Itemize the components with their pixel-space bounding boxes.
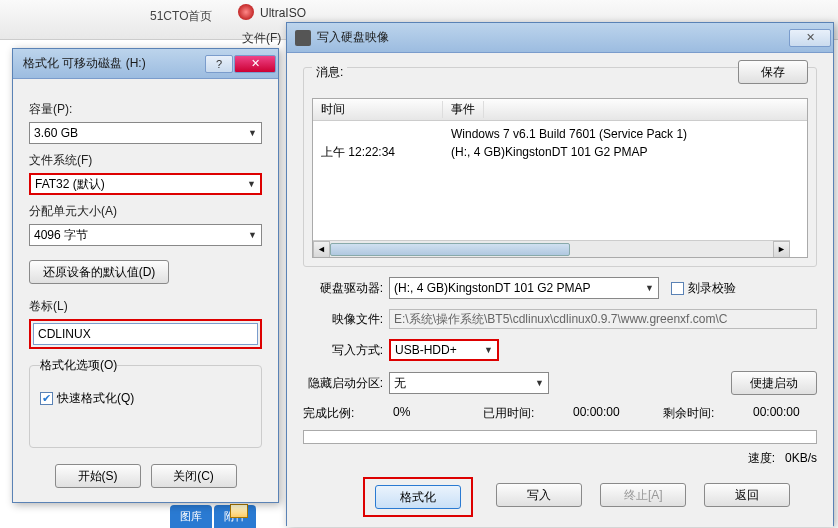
chevron-down-icon: ▼ — [248, 128, 257, 138]
hide-partition-label: 隐藏启动分区: — [303, 375, 383, 392]
quick-format-checkbox[interactable]: ✔ 快速格式化(Q) — [40, 390, 251, 407]
format-options-legend: 格式化选项(O) — [40, 357, 117, 374]
scroll-right-icon[interactable]: ► — [773, 241, 790, 258]
write-title: 写入硬盘映像 — [317, 29, 789, 46]
stop-button: 终止[A] — [600, 483, 686, 507]
checkbox-checked-icon: ✔ — [40, 392, 53, 405]
horizontal-scrollbar[interactable]: ◄ ► — [313, 240, 790, 257]
message-list[interactable]: 时间 事件 Windows 7 v6.1 Build 7601 (Service… — [312, 98, 808, 258]
message-group: 消息: 保存 时间 事件 Windows 7 v6.1 Build 7601 (… — [303, 67, 817, 267]
chevron-down-icon: ▼ — [535, 378, 544, 388]
verify-checkbox[interactable]: 刻录校验 — [671, 280, 736, 297]
write-method-select[interactable]: USB-HDD+▼ — [389, 339, 499, 361]
format-title: 格式化 可移动磁盘 (H:) — [15, 55, 205, 72]
filesystem-label: 文件系统(F) — [29, 152, 262, 169]
progress-row: 完成比例:0% 已用时间:00:00:00 剩余时间:00:00:00 — [303, 405, 817, 422]
chevron-down-icon: ▼ — [484, 345, 493, 355]
write-method-label: 写入方式: — [303, 342, 383, 359]
close-icon[interactable]: ✕ — [234, 55, 276, 73]
filesystem-select[interactable]: FAT32 (默认)▼ — [29, 173, 262, 195]
bg-tab-gallery[interactable]: 图库 — [170, 505, 212, 528]
write-button[interactable]: 写入 — [496, 483, 582, 507]
chevron-down-icon: ▼ — [247, 179, 256, 189]
capacity-label: 容量(P): — [29, 101, 262, 118]
dialog-icon — [295, 30, 311, 46]
chevron-down-icon: ▼ — [645, 283, 654, 293]
format-dialog: 格式化 可移动磁盘 (H:) ? ✕ 容量(P): 3.60 GB▼ 文件系统(… — [12, 48, 279, 503]
capacity-select[interactable]: 3.60 GB▼ — [29, 122, 262, 144]
log-row: 上午 12:22:34(H:, 4 GB)KingstonDT 101 G2 P… — [321, 143, 799, 161]
volume-label-label: 卷标(L) — [29, 298, 262, 315]
file-menu[interactable]: 文件(F) — [242, 30, 281, 47]
write-image-dialog: 写入硬盘映像 ✕ 消息: 保存 时间 事件 Windows 7 v6.1 Bui… — [286, 22, 834, 526]
progress-bar — [303, 430, 817, 444]
save-log-button[interactable]: 保存 — [738, 60, 808, 84]
checkbox-icon — [671, 282, 684, 295]
format-options-group: 格式化选项(O) ✔ 快速格式化(Q) — [29, 357, 262, 448]
image-label: 映像文件: — [303, 311, 383, 328]
restore-defaults-button[interactable]: 还原设备的默认值(D) — [29, 260, 169, 284]
format-titlebar[interactable]: 格式化 可移动磁盘 (H:) ? ✕ — [13, 49, 278, 79]
scroll-left-icon[interactable]: ◄ — [313, 241, 330, 258]
speed-row: 速度: 0KB/s — [303, 450, 817, 467]
help-button[interactable]: ? — [205, 55, 233, 73]
volume-label-input[interactable] — [33, 323, 258, 345]
browser-tab-51cto[interactable]: 51CTO首页 — [150, 8, 212, 25]
col-event[interactable]: 事件 — [443, 101, 484, 118]
hide-partition-select[interactable]: 无▼ — [389, 372, 549, 394]
col-time[interactable]: 时间 — [313, 101, 443, 118]
image-path-field: E:\系统\操作系统\BT5\cdlinux\cdlinux0.9.7\www.… — [389, 309, 817, 329]
close-icon[interactable]: ✕ — [789, 29, 831, 47]
start-button[interactable]: 开始(S) — [55, 464, 141, 488]
drive-label: 硬盘驱动器: — [303, 280, 383, 297]
log-row: Windows 7 v6.1 Build 7601 (Service Pack … — [321, 125, 799, 143]
close-button[interactable]: 关闭(C) — [151, 464, 237, 488]
ultraiso-title: UltraISO — [260, 6, 306, 20]
alloc-label: 分配单元大小(A) — [29, 203, 262, 220]
ultraiso-app-icon — [238, 4, 254, 20]
message-legend: 消息: — [312, 64, 347, 81]
back-button[interactable]: 返回 — [704, 483, 790, 507]
scroll-thumb[interactable] — [330, 243, 570, 256]
drive-select[interactable]: (H:, 4 GB)KingstonDT 101 G2 PMAP▼ — [389, 277, 659, 299]
quick-boot-button[interactable]: 便捷启动 — [731, 371, 817, 395]
message-header: 时间 事件 — [313, 99, 807, 121]
format-button[interactable]: 格式化 — [375, 485, 461, 509]
write-titlebar[interactable]: 写入硬盘映像 ✕ — [287, 23, 833, 53]
alloc-select[interactable]: 4096 字节▼ — [29, 224, 262, 246]
chevron-down-icon: ▼ — [248, 230, 257, 240]
